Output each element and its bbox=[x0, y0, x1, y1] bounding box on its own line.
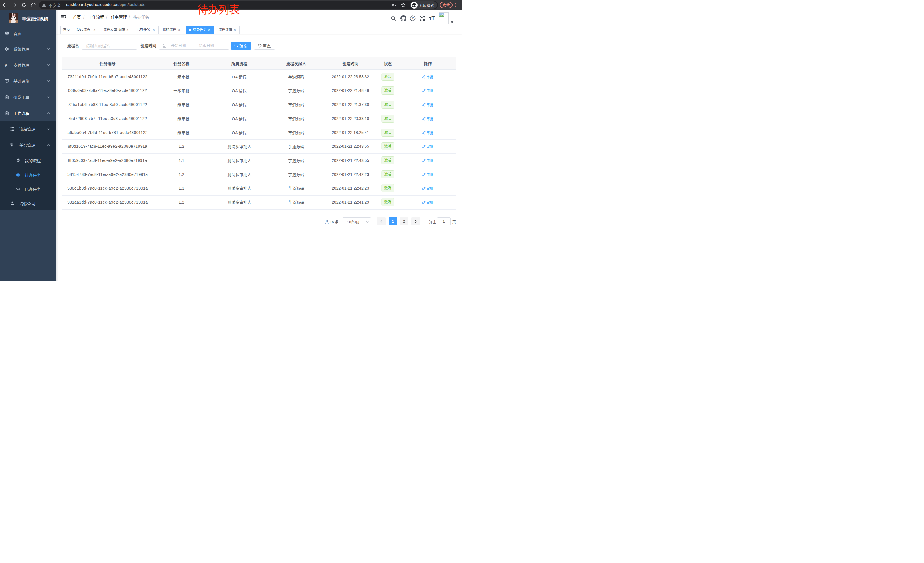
svg-text:T: T bbox=[432, 15, 435, 21]
svg-text:T: T bbox=[429, 17, 431, 21]
svg-text:?: ? bbox=[412, 17, 414, 20]
